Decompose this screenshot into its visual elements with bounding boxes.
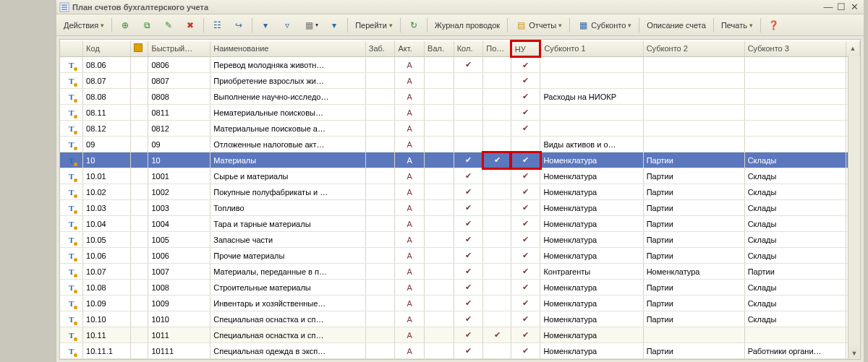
cell-val bbox=[425, 248, 454, 264]
col-icon[interactable] bbox=[60, 41, 83, 57]
cell-zab bbox=[365, 105, 395, 121]
cell-kol bbox=[454, 137, 483, 152]
help-button[interactable]: ❓ bbox=[764, 17, 784, 33]
table-row[interactable]: T10.011001Сырье и материалыА✔✔Номенклату… bbox=[60, 168, 860, 184]
grid-icon: ▦ bbox=[577, 20, 589, 31]
cell-hier bbox=[130, 57, 148, 73]
accounts-table[interactable]: Код Быстрый… Наименование Заб. Акт. Вал.… bbox=[60, 40, 860, 359]
subconto-menu[interactable]: ▦ Субконто bbox=[573, 17, 636, 33]
table-row[interactable]: T10.031003ТопливоА✔✔НоменклатураПартииСк… bbox=[60, 200, 860, 216]
edit-button[interactable]: ✎ bbox=[158, 17, 179, 33]
filter-button2[interactable]: ▿ bbox=[277, 17, 297, 33]
minimize-button[interactable]: — bbox=[822, 1, 835, 13]
cell-zab bbox=[365, 296, 395, 311]
cell-act: А bbox=[395, 232, 425, 248]
add-copy-button[interactable]: ⧉ bbox=[137, 17, 157, 33]
table-row[interactable]: T08.110811Нематериальные поисковы…А✔ bbox=[60, 105, 860, 121]
cell-fast: 1008 bbox=[148, 280, 210, 296]
table-row[interactable]: T0909Отложенные налоговые акт…АВиды акти… bbox=[60, 137, 860, 152]
cell-val bbox=[425, 57, 454, 73]
cell-sub2 bbox=[643, 327, 744, 343]
col-hier[interactable] bbox=[130, 41, 148, 57]
cell-sub3 bbox=[744, 137, 846, 152]
col-fast[interactable]: Быстрый… bbox=[148, 41, 210, 57]
table-row[interactable]: T1010МатериалыА✔✔✔НоменклатураПартииСкла… bbox=[60, 152, 860, 168]
journal-button[interactable]: Журнал проводок bbox=[430, 17, 504, 33]
table-row[interactable]: T10.071007Материалы, переданные в п…А✔✔К… bbox=[60, 264, 860, 280]
cell-code: 10.09 bbox=[83, 296, 130, 311]
col-zab[interactable]: Заб. bbox=[365, 41, 395, 57]
table-row[interactable]: T08.120812Материальные поисковые а…А✔ bbox=[60, 121, 860, 137]
cell-val bbox=[425, 200, 454, 216]
cell-kol bbox=[454, 73, 483, 89]
print-menu[interactable]: Печать bbox=[717, 17, 757, 33]
cell-po bbox=[483, 248, 511, 264]
table-row[interactable]: T10.021002Покупные полуфабрикаты и …А✔✔Н… bbox=[60, 184, 860, 200]
scroll-down-icon[interactable]: ▼ bbox=[848, 347, 860, 359]
actions-menu[interactable]: Действия bbox=[59, 17, 109, 33]
settings-button[interactable]: ▦▾ bbox=[299, 17, 323, 33]
table-row[interactable]: T10.051005Запасные частиА✔✔НоменклатураП… bbox=[60, 232, 860, 248]
table-row[interactable]: T08.080808Выполнение научно-исследо…А✔Ра… bbox=[60, 89, 860, 105]
delete-button[interactable]: ✖ bbox=[180, 17, 200, 33]
description-button[interactable]: Описание счета bbox=[642, 17, 710, 33]
refresh-icon: ↻ bbox=[408, 20, 420, 31]
cell-po bbox=[483, 232, 511, 248]
row-type-icon: T bbox=[60, 216, 83, 232]
col-nu[interactable]: НУ bbox=[511, 41, 540, 57]
col-sub2[interactable]: Субконто 2 bbox=[643, 41, 744, 57]
cell-sub1 bbox=[540, 121, 643, 137]
table-row[interactable]: T10.11.110111Специальная одежда в эксп…А… bbox=[60, 343, 860, 359]
table-row[interactable]: T10.111011Специальная оснастка и сп…А✔✔✔… bbox=[60, 327, 860, 343]
cell-sub3 bbox=[744, 105, 846, 121]
cell-val bbox=[425, 216, 454, 232]
col-val[interactable]: Вал. bbox=[425, 41, 454, 57]
cell-po bbox=[483, 121, 511, 137]
goto-menu[interactable]: Перейти bbox=[351, 17, 397, 33]
cell-name: Материальные поисковые а… bbox=[210, 121, 366, 137]
cell-kol: ✔ bbox=[454, 200, 483, 216]
row-type-icon: T bbox=[60, 296, 83, 311]
close-button[interactable]: ✕ bbox=[848, 1, 861, 13]
refresh-button[interactable]: ↻ bbox=[404, 17, 424, 33]
svg-rect-2 bbox=[61, 7, 67, 8]
col-scroll-corner: ▲ bbox=[846, 41, 859, 57]
filter-off-button[interactable]: ▾ bbox=[324, 17, 344, 33]
cell-code: 10.06 bbox=[83, 248, 130, 264]
table-row[interactable]: T10.081008Строительные материалыА✔✔Номен… bbox=[60, 280, 860, 296]
cell-hier bbox=[130, 200, 148, 216]
cell-po bbox=[483, 200, 511, 216]
cell-val bbox=[425, 152, 454, 168]
table-row[interactable]: T10.061006Прочие материалыА✔✔Номенклатур… bbox=[60, 248, 860, 264]
reports-menu[interactable]: ▤ Отчеты bbox=[511, 17, 566, 33]
row-type-icon: T bbox=[60, 121, 83, 137]
filter-button1[interactable]: ▾ bbox=[255, 17, 276, 33]
table-row[interactable]: T10.041004Тара и тарные материалыА✔✔Номе… bbox=[60, 216, 860, 232]
maximize-button[interactable]: ☐ bbox=[835, 1, 848, 13]
table-row[interactable]: T10.091009Инвентарь и хозяйственные…А✔✔Н… bbox=[60, 296, 860, 311]
col-po[interactable]: По… bbox=[483, 41, 511, 57]
cell-val bbox=[425, 311, 454, 327]
cell-kol: ✔ bbox=[454, 280, 483, 296]
cell-act: А bbox=[395, 311, 425, 327]
col-sub1[interactable]: Субконто 1 bbox=[540, 41, 643, 57]
table-row[interactable]: T10.101010Специальная оснастка и сп…А✔✔Н… bbox=[60, 311, 860, 327]
col-code[interactable]: Код bbox=[83, 41, 130, 57]
vertical-scrollbar[interactable]: ▼ bbox=[848, 56, 860, 359]
hierarchy-button[interactable]: ☷ bbox=[207, 17, 227, 33]
col-sub3[interactable]: Субконто 3 bbox=[744, 41, 846, 57]
cell-fast: 0811 bbox=[148, 105, 210, 121]
table-row[interactable]: T08.060806Перевод молодняка животн…А✔✔ bbox=[60, 57, 860, 73]
table-row[interactable]: T08.070807Приобретение взрослых жи…А✔ bbox=[60, 73, 860, 89]
cell-po bbox=[483, 216, 511, 232]
add-button[interactable]: ⊕ bbox=[115, 17, 135, 33]
cell-sub1: Виды активов и о… bbox=[540, 137, 643, 152]
col-name[interactable]: Наименование bbox=[210, 41, 366, 57]
col-act[interactable]: Акт. bbox=[395, 41, 425, 57]
cell-sub3: Склады bbox=[744, 216, 846, 232]
cell-name: Материалы, переданные в п… bbox=[210, 264, 366, 280]
cell-kol bbox=[454, 105, 483, 121]
move-button[interactable]: ↪ bbox=[229, 17, 249, 33]
cell-fast: 0812 bbox=[148, 121, 210, 137]
col-kol[interactable]: Кол. bbox=[454, 41, 483, 57]
